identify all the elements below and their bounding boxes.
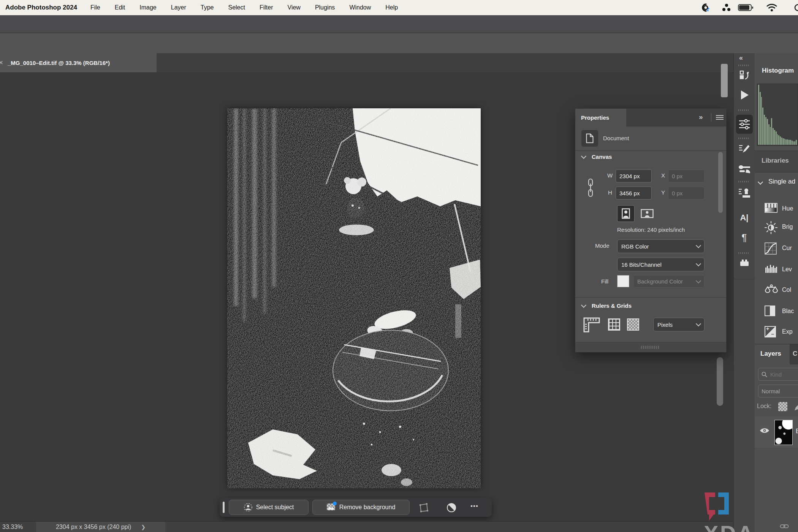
fill-color-swatch[interactable] xyxy=(617,275,629,287)
transform-icon[interactable] xyxy=(418,502,429,515)
black-white-icon[interactable] xyxy=(765,306,775,316)
menu-filter[interactable]: Filter xyxy=(252,4,280,11)
zoom-level[interactable]: 33.33% xyxy=(2,524,23,530)
panel-menu-icon[interactable] xyxy=(716,115,724,120)
bit-depth-dropdown[interactable]: 16 Bits/Channel xyxy=(617,258,705,271)
layer-visibility-eye-icon[interactable] xyxy=(759,427,770,435)
link-wh-icon[interactable] xyxy=(587,178,594,199)
canvas-vertical-scrollbar-thumb[interactable] xyxy=(721,64,728,97)
panel-resize-strip[interactable] xyxy=(575,342,726,352)
color-mode-dropdown[interactable]: RGB Color xyxy=(617,239,705,253)
battery-icon[interactable] xyxy=(738,3,754,13)
collapse-dock-icon[interactable]: « xyxy=(739,54,742,62)
menu-select[interactable]: Select xyxy=(221,4,252,11)
rulers-toggle-icon[interactable] xyxy=(583,317,600,334)
collapse-panel-icon[interactable]: » xyxy=(699,113,703,121)
taskbar-drag-handle[interactable] xyxy=(223,502,225,513)
menu-app-name[interactable]: Adobe Photoshop 2024 xyxy=(0,4,83,11)
dock-grip-icon[interactable] xyxy=(738,138,750,139)
kind-search-input[interactable] xyxy=(770,371,798,378)
dock-grip-icon[interactable] xyxy=(738,181,750,182)
menu-window[interactable]: Window xyxy=(342,4,378,11)
menu-layer[interactable]: Layer xyxy=(164,4,193,11)
layer-filter-search[interactable] xyxy=(758,368,798,381)
color-mode-value: RGB Color xyxy=(621,243,649,250)
menu-type[interactable]: Type xyxy=(193,4,221,11)
hue-saturation-icon[interactable] xyxy=(765,203,777,213)
more-options-icon[interactable]: ••• xyxy=(470,502,478,510)
properties-tab[interactable]: Properties xyxy=(575,109,626,127)
channels-tab[interactable]: C xyxy=(793,350,797,358)
character-panel-icon[interactable]: A| xyxy=(734,213,755,223)
control-center-icon[interactable] xyxy=(721,3,731,13)
remove-background-button[interactable]: Remove background xyxy=(312,500,410,515)
blend-mode-dropdown[interactable]: Normal xyxy=(758,385,798,397)
search-icon[interactable] xyxy=(793,3,798,13)
creative-cloud-icon[interactable] xyxy=(698,3,710,13)
levels-icon[interactable] xyxy=(765,264,778,274)
adjustment-item[interactable]: Col xyxy=(782,287,791,293)
adjustment-item[interactable]: Cur xyxy=(782,245,792,252)
resize-grip-icon[interactable] xyxy=(641,346,660,349)
menu-edit[interactable]: Edit xyxy=(108,4,133,11)
menu-view[interactable]: View xyxy=(280,4,308,11)
adjustment-item[interactable]: Blac xyxy=(782,308,794,315)
adjustment-item[interactable]: Brig xyxy=(782,223,793,230)
close-tab-icon[interactable]: ✕ xyxy=(0,59,8,66)
fill-mode-dropdown[interactable]: Background Color xyxy=(633,275,705,288)
canvas-section-chevron-icon[interactable] xyxy=(581,154,586,159)
dock-grip-icon[interactable] xyxy=(738,65,750,66)
lock-transparency-icon[interactable] xyxy=(778,402,787,411)
document-image[interactable] xyxy=(227,108,481,488)
brightness-contrast-icon[interactable] xyxy=(765,221,777,234)
histogram-chart[interactable] xyxy=(757,84,798,146)
version-history-icon[interactable] xyxy=(734,70,755,83)
wifi-icon[interactable] xyxy=(766,3,777,13)
adjustments-panel-icon-selected[interactable] xyxy=(736,115,753,134)
layer-thumbnail[interactable] xyxy=(774,420,793,445)
paragraph-panel-icon[interactable]: ¶ xyxy=(734,232,755,244)
menu-image[interactable]: Image xyxy=(132,4,163,11)
layers-tab[interactable]: Layers xyxy=(755,344,790,364)
menu-plugins[interactable]: Plugins xyxy=(308,4,342,11)
clone-source-icon[interactable] xyxy=(734,187,755,200)
brush-settings-icon[interactable] xyxy=(734,144,755,156)
adjustment-item[interactable]: Hue xyxy=(782,205,793,212)
dock-grip-icon[interactable] xyxy=(738,252,750,254)
canvas-x-input[interactable] xyxy=(668,169,705,182)
adjustment-item[interactable]: Lev xyxy=(782,266,792,273)
units-dropdown[interactable]: Pixels xyxy=(653,318,705,331)
select-subject-button[interactable]: Select subject xyxy=(229,500,309,515)
canvas-y-input[interactable] xyxy=(668,187,705,200)
actions-play-icon[interactable] xyxy=(734,90,755,100)
canvas-height-input[interactable] xyxy=(616,187,652,200)
layer-name: B xyxy=(796,428,798,435)
adjustments-circle-icon[interactable] xyxy=(446,502,457,515)
libraries-tab[interactable]: Libraries xyxy=(762,157,789,165)
grid-toggle-icon[interactable] xyxy=(608,318,620,331)
canvas-width-input[interactable] xyxy=(616,169,652,182)
plugins-panel-icon[interactable] xyxy=(734,258,755,268)
transparency-grid-toggle-icon[interactable] xyxy=(627,318,639,331)
menu-file[interactable]: File xyxy=(83,4,108,11)
rulers-section-chevron-icon[interactable] xyxy=(581,302,586,308)
divider xyxy=(575,297,726,298)
lock-paint-brush-icon[interactable] xyxy=(792,402,798,413)
layer-row[interactable]: B xyxy=(755,416,798,448)
document-type-icon-button[interactable] xyxy=(581,130,598,147)
portrait-icon xyxy=(622,208,630,219)
mixer-brush-icon[interactable] xyxy=(734,164,755,176)
menu-help[interactable]: Help xyxy=(378,4,405,11)
properties-scrollbar-thumb[interactable] xyxy=(718,152,723,213)
exposure-icon[interactable]: + – xyxy=(765,326,776,337)
document-tab[interactable]: ✕ _MG_0010–Edit.tif @ 33.3% (RGB/16*) xyxy=(0,53,157,72)
canvas-vertical-scrollbar-lower-thumb[interactable] xyxy=(717,357,723,406)
dock-grip-icon[interactable] xyxy=(738,109,750,111)
adjustment-item[interactable]: Exp xyxy=(782,328,793,335)
orientation-portrait-button[interactable] xyxy=(617,205,635,222)
color-balance-icon[interactable] xyxy=(765,284,778,296)
orientation-landscape-button[interactable] xyxy=(638,207,656,220)
curves-icon[interactable] xyxy=(765,242,777,255)
chevron-right-icon[interactable]: ❯ xyxy=(141,524,146,530)
document-info[interactable]: 2304 px x 3456 px (240 ppi) ❯ xyxy=(36,522,165,532)
